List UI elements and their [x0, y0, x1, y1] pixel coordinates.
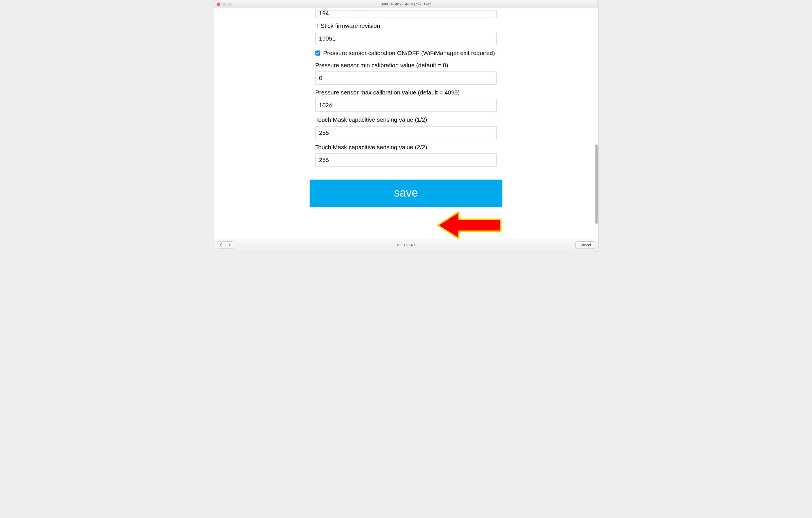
serial-number-input[interactable] — [315, 10, 497, 18]
bottombar: 192.168.4.1 Cancel — [214, 239, 598, 251]
close-icon[interactable] — [217, 3, 220, 6]
min-calibration-label: Pressure sensor min calibration value (d… — [315, 61, 497, 69]
window-title: Join "T-Stick_SN_black2_194" — [381, 2, 431, 6]
form: T-Stick firmware revision Pressure senso… — [315, 8, 497, 207]
max-calibration-label: Pressure sensor max calibration value (d… — [315, 88, 497, 97]
touch-mask-2-label: Touch Mask capacitive sensing value (2/2… — [315, 143, 497, 151]
max-calibration-input[interactable] — [315, 99, 497, 112]
touch-mask-2-input[interactable] — [315, 154, 497, 166]
content-area: T-Stick firmware revision Pressure senso… — [214, 8, 598, 239]
window: Join "T-Stick_SN_black2_194" T-Stick fir… — [214, 0, 599, 251]
nav-buttons — [217, 241, 234, 249]
firmware-input[interactable] — [315, 32, 497, 45]
cancel-button[interactable]: Cancel — [575, 241, 595, 249]
firmware-label: T-Stick firmware revision — [315, 22, 497, 30]
maximize-icon — [228, 3, 232, 6]
chevron-right-icon — [228, 243, 231, 248]
forward-button[interactable] — [225, 241, 234, 249]
calibration-toggle-label: Pressure sensor calibration ON/OFF (WiFi… — [323, 49, 495, 57]
minimize-icon — [223, 3, 226, 6]
min-calibration-input[interactable] — [315, 72, 497, 85]
svg-marker-0 — [438, 212, 501, 239]
titlebar: Join "T-Stick_SN_black2_194" — [214, 0, 598, 8]
back-button[interactable] — [217, 241, 225, 249]
chevron-left-icon — [220, 243, 223, 248]
scrollbar[interactable] — [596, 144, 598, 224]
touch-mask-1-label: Touch Mask capacitive sensing value (1/2… — [315, 116, 497, 124]
annotation-arrow-icon — [437, 210, 502, 239]
address-text: 192.168.4.1 — [396, 243, 416, 247]
calibration-toggle-row: Pressure sensor calibration ON/OFF (WiFi… — [315, 49, 497, 57]
touch-mask-1-input[interactable] — [315, 126, 497, 139]
save-button[interactable]: save — [310, 180, 502, 207]
calibration-checkbox[interactable] — [315, 51, 320, 56]
window-controls — [217, 3, 232, 6]
